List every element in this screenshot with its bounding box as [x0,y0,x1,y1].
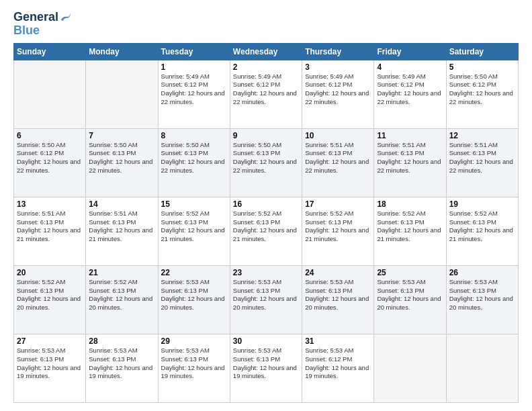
calendar-cell: 3Sunrise: 5:49 AMSunset: 6:12 PMDaylight… [302,60,374,128]
weekday-header-sunday: Sunday [14,43,86,60]
day-number: 26 [449,268,515,277]
day-info: Sunrise: 5:53 AMSunset: 6:13 PMDaylight:… [161,347,227,381]
calendar-cell: 6Sunrise: 5:50 AMSunset: 6:12 PMDaylight… [14,128,86,197]
day-number: 4 [377,62,443,72]
logo-blue: Blue [13,24,40,37]
calendar-body: 1Sunrise: 5:49 AMSunset: 6:12 PMDaylight… [14,60,519,402]
day-info: Sunrise: 5:53 AMSunset: 6:13 PMDaylight:… [233,278,299,312]
calendar-week-5: 27Sunrise: 5:53 AMSunset: 6:13 PMDayligh… [14,334,519,402]
logo: General Blue [13,11,72,38]
day-info: Sunrise: 5:50 AMSunset: 6:12 PMDaylight:… [449,73,515,107]
day-info: Sunrise: 5:51 AMSunset: 6:13 PMDaylight:… [305,141,371,175]
day-number: 17 [305,199,371,209]
day-number: 19 [449,199,515,209]
day-info: Sunrise: 5:49 AMSunset: 6:12 PMDaylight:… [161,73,227,107]
calendar-cell: 18Sunrise: 5:52 AMSunset: 6:13 PMDayligh… [374,197,446,265]
day-info: Sunrise: 5:52 AMSunset: 6:13 PMDaylight:… [305,210,371,244]
day-info: Sunrise: 5:51 AMSunset: 6:13 PMDaylight:… [17,210,83,244]
calendar-week-2: 6Sunrise: 5:50 AMSunset: 6:12 PMDaylight… [14,128,519,197]
day-number: 18 [377,199,443,209]
day-info: Sunrise: 5:51 AMSunset: 6:13 PMDaylight:… [377,141,443,175]
calendar-cell: 19Sunrise: 5:52 AMSunset: 6:13 PMDayligh… [446,197,518,265]
day-number: 27 [17,336,83,346]
day-info: Sunrise: 5:53 AMSunset: 6:13 PMDaylight:… [89,347,154,381]
day-number: 29 [161,336,227,346]
day-number: 2 [233,62,299,72]
day-info: Sunrise: 5:53 AMSunset: 6:13 PMDaylight:… [377,278,443,312]
calendar-cell: 24Sunrise: 5:53 AMSunset: 6:13 PMDayligh… [302,265,374,334]
calendar-header-row: SundayMondayTuesdayWednesdayThursdayFrid… [14,43,519,60]
weekday-header-friday: Friday [374,43,446,60]
day-number: 11 [377,131,443,140]
calendar-cell [86,60,158,128]
day-info: Sunrise: 5:53 AMSunset: 6:13 PMDaylight:… [305,278,371,312]
calendar-cell: 10Sunrise: 5:51 AMSunset: 6:13 PMDayligh… [302,128,374,197]
calendar-table: SundayMondayTuesdayWednesdayThursdayFrid… [13,43,519,403]
calendar-cell: 7Sunrise: 5:50 AMSunset: 6:13 PMDaylight… [86,128,158,197]
weekday-header-wednesday: Wednesday [230,43,302,60]
header: General Blue [13,11,519,38]
calendar-cell: 12Sunrise: 5:51 AMSunset: 6:13 PMDayligh… [446,128,518,197]
weekday-header-saturday: Saturday [446,43,518,60]
calendar-cell: 20Sunrise: 5:52 AMSunset: 6:13 PMDayligh… [14,265,86,334]
day-number: 14 [89,199,154,209]
day-info: Sunrise: 5:53 AMSunset: 6:13 PMDaylight:… [161,278,227,312]
day-info: Sunrise: 5:52 AMSunset: 6:13 PMDaylight:… [161,210,227,244]
day-number: 6 [17,131,83,140]
calendar-cell: 16Sunrise: 5:52 AMSunset: 6:13 PMDayligh… [230,197,302,265]
day-number: 3 [305,62,371,72]
weekday-header-thursday: Thursday [302,43,374,60]
day-info: Sunrise: 5:51 AMSunset: 6:13 PMDaylight:… [449,141,515,175]
day-number: 10 [305,131,371,140]
day-number: 22 [161,268,227,277]
calendar-cell: 13Sunrise: 5:51 AMSunset: 6:13 PMDayligh… [14,197,86,265]
calendar-cell: 28Sunrise: 5:53 AMSunset: 6:13 PMDayligh… [86,334,158,402]
day-number: 9 [233,131,299,140]
calendar-cell: 11Sunrise: 5:51 AMSunset: 6:13 PMDayligh… [374,128,446,197]
day-info: Sunrise: 5:50 AMSunset: 6:13 PMDaylight:… [89,141,154,175]
day-info: Sunrise: 5:50 AMSunset: 6:13 PMDaylight:… [233,141,299,175]
day-info: Sunrise: 5:52 AMSunset: 6:13 PMDaylight:… [89,278,154,312]
calendar-cell: 31Sunrise: 5:53 AMSunset: 6:12 PMDayligh… [302,334,374,402]
day-info: Sunrise: 5:53 AMSunset: 6:13 PMDaylight:… [17,347,83,381]
calendar-cell: 21Sunrise: 5:52 AMSunset: 6:13 PMDayligh… [86,265,158,334]
day-info: Sunrise: 5:52 AMSunset: 6:13 PMDaylight:… [377,210,443,244]
day-info: Sunrise: 5:53 AMSunset: 6:13 PMDaylight:… [449,278,515,312]
calendar-cell: 30Sunrise: 5:53 AMSunset: 6:13 PMDayligh… [230,334,302,402]
calendar-cell: 17Sunrise: 5:52 AMSunset: 6:13 PMDayligh… [302,197,374,265]
day-number: 25 [377,268,443,277]
day-number: 28 [89,336,154,346]
calendar-week-4: 20Sunrise: 5:52 AMSunset: 6:13 PMDayligh… [14,265,519,334]
weekday-header-tuesday: Tuesday [158,43,230,60]
day-info: Sunrise: 5:52 AMSunset: 6:13 PMDaylight:… [17,278,83,312]
day-info: Sunrise: 5:53 AMSunset: 6:12 PMDaylight:… [305,347,371,381]
calendar-cell: 27Sunrise: 5:53 AMSunset: 6:13 PMDayligh… [14,334,86,402]
calendar-cell: 9Sunrise: 5:50 AMSunset: 6:13 PMDaylight… [230,128,302,197]
calendar-cell: 2Sunrise: 5:49 AMSunset: 6:12 PMDaylight… [230,60,302,128]
logo-bird-icon [60,11,72,23]
day-info: Sunrise: 5:52 AMSunset: 6:13 PMDaylight:… [233,210,299,244]
day-info: Sunrise: 5:50 AMSunset: 6:12 PMDaylight:… [17,141,83,175]
calendar-cell: 5Sunrise: 5:50 AMSunset: 6:12 PMDaylight… [446,60,518,128]
day-number: 23 [233,268,299,277]
day-number: 5 [449,62,515,72]
calendar-cell: 4Sunrise: 5:49 AMSunset: 6:12 PMDaylight… [374,60,446,128]
calendar-cell: 29Sunrise: 5:53 AMSunset: 6:13 PMDayligh… [158,334,230,402]
day-number: 30 [233,336,299,346]
day-number: 7 [89,131,154,140]
day-info: Sunrise: 5:50 AMSunset: 6:13 PMDaylight:… [161,141,227,175]
calendar-cell: 15Sunrise: 5:52 AMSunset: 6:13 PMDayligh… [158,197,230,265]
weekday-header-monday: Monday [86,43,158,60]
page: General Blue SundayMondayTuesdayWednesda… [0,0,532,411]
logo-general: General [13,11,58,24]
day-info: Sunrise: 5:49 AMSunset: 6:12 PMDaylight:… [377,73,443,107]
day-number: 16 [233,199,299,209]
day-number: 12 [449,131,515,140]
day-info: Sunrise: 5:52 AMSunset: 6:13 PMDaylight:… [449,210,515,244]
day-number: 13 [17,199,83,209]
calendar-cell [446,334,518,402]
calendar-cell: 8Sunrise: 5:50 AMSunset: 6:13 PMDaylight… [158,128,230,197]
day-number: 31 [305,336,371,346]
calendar-cell: 14Sunrise: 5:51 AMSunset: 6:13 PMDayligh… [86,197,158,265]
day-number: 20 [17,268,83,277]
